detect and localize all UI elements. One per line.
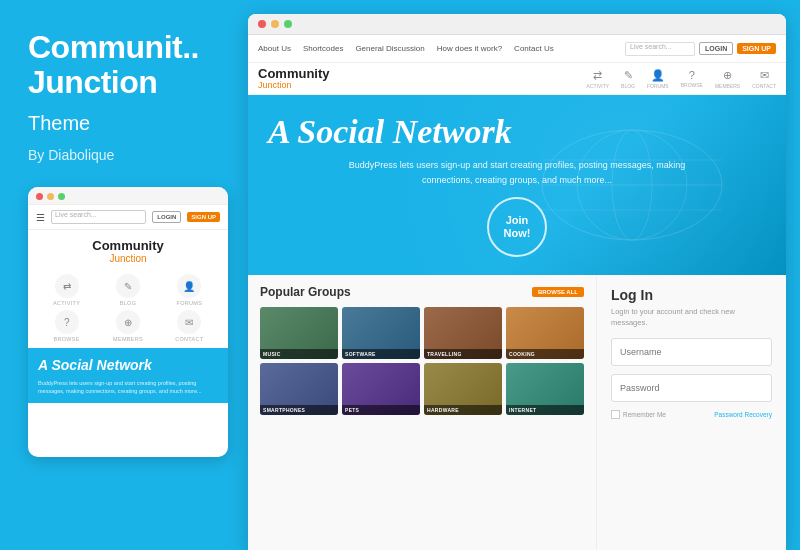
browser-dot-red bbox=[258, 20, 266, 28]
site-blog-icon[interactable]: ✎ BLOG bbox=[621, 69, 635, 89]
group-item[interactable]: HARDWARE bbox=[424, 363, 502, 415]
mockup-forums-icon[interactable]: 👤 FORUMS bbox=[161, 274, 218, 306]
site-hero-desc: BuddyPress lets users sign-up and start … bbox=[347, 158, 687, 187]
site-members-icon[interactable]: ⊕ MEMBERS bbox=[715, 69, 740, 89]
password-input[interactable] bbox=[611, 374, 772, 402]
password-recovery-link[interactable]: Password Recovery bbox=[714, 411, 772, 418]
forums-icon: 👤 bbox=[651, 69, 665, 82]
mobile-mockup: ☰ Live search... LOGIN SIGN UP Community… bbox=[28, 187, 228, 457]
mockup-icon-grid: ⇄ ACTIVITY ✎ BLOG 👤 FORUMS ? BROWSE ⊕ ME… bbox=[28, 268, 228, 348]
site-icon-group: ⇄ ACTIVITY ✎ BLOG 👤 FORUMS ? BROWSE ⊕ ME… bbox=[587, 69, 776, 89]
browse-icon: ? bbox=[55, 310, 79, 334]
remember-me-label: Remember Me bbox=[623, 411, 666, 418]
group-item[interactable]: TRAVELLING bbox=[424, 307, 502, 359]
contact-icon: ✉ bbox=[177, 310, 201, 334]
mockup-logo: Community Junction bbox=[28, 230, 228, 268]
mockup-logo-sub: Junction bbox=[28, 253, 228, 264]
mockup-search-input: Live search... bbox=[51, 210, 146, 224]
site-activity-icon[interactable]: ⇄ ACTIVITY bbox=[587, 69, 610, 89]
username-input[interactable] bbox=[611, 338, 772, 366]
blog-icon: ✎ bbox=[116, 274, 140, 298]
site-forums-icon[interactable]: 👤 FORUMS bbox=[647, 69, 669, 89]
browse-all-button[interactable]: BROWSE ALL bbox=[532, 287, 584, 297]
mockup-dot-yellow bbox=[47, 193, 54, 200]
browser-dot-green bbox=[284, 20, 292, 28]
members-icon: ⊕ bbox=[116, 310, 140, 334]
login-desc: Login to your account and check new mess… bbox=[611, 307, 772, 328]
mockup-hero-text: BuddyPress lets users sign-up and start … bbox=[38, 379, 218, 396]
activity-icon: ⇄ bbox=[593, 69, 602, 82]
mockup-chrome-dots bbox=[28, 187, 228, 205]
mockup-signup-button[interactable]: SIGN UP bbox=[187, 212, 220, 222]
theme-author: By Diabolique bbox=[28, 147, 228, 163]
nav-contact-us[interactable]: Contact Us bbox=[514, 44, 554, 53]
nav-general-discussion[interactable]: General Discussion bbox=[355, 44, 424, 53]
remember-me-group: Remember Me bbox=[611, 410, 666, 419]
group-item[interactable]: COOKING bbox=[506, 307, 584, 359]
group-item[interactable]: INTERNET bbox=[506, 363, 584, 415]
activity-icon: ⇄ bbox=[55, 274, 79, 298]
nav-about-us[interactable]: About Us bbox=[258, 44, 291, 53]
remember-me-checkbox[interactable] bbox=[611, 410, 620, 419]
mockup-hero: A Social Network BuddyPress lets users s… bbox=[28, 348, 228, 403]
group-item[interactable]: SOFTWARE bbox=[342, 307, 420, 359]
remember-me-row: Remember Me Password Recovery bbox=[611, 410, 772, 419]
mockup-contact-icon[interactable]: ✉ CONTACT bbox=[161, 310, 218, 342]
group-item[interactable]: SMARTPHONES bbox=[260, 363, 338, 415]
mockup-hero-title: A Social Network bbox=[38, 358, 218, 373]
site-logo: Community Junction bbox=[258, 67, 330, 90]
theme-title: Communit..Junction bbox=[28, 30, 228, 100]
topnav-signup-button[interactable]: SIGN UP bbox=[737, 43, 776, 54]
site-contact-icon[interactable]: ✉ CONTACT bbox=[752, 69, 776, 89]
site-logo-main: Community bbox=[258, 67, 330, 80]
site-top-navbar: About Us Shortcodes General Discussion H… bbox=[248, 35, 786, 63]
theme-subtitle: Theme bbox=[28, 112, 228, 135]
topnav-login-button[interactable]: LOGIN bbox=[699, 42, 733, 55]
mockup-dot-green bbox=[58, 193, 65, 200]
groups-title: Popular Groups bbox=[260, 285, 351, 299]
blog-icon: ✎ bbox=[624, 69, 633, 82]
site-icon-navbar: Community Junction ⇄ ACTIVITY ✎ BLOG 👤 F… bbox=[248, 63, 786, 95]
mockup-nav: ☰ Live search... LOGIN SIGN UP bbox=[28, 205, 228, 230]
mockup-browse-icon[interactable]: ? BROWSE bbox=[38, 310, 95, 342]
mockup-blog-icon[interactable]: ✎ BLOG bbox=[99, 274, 156, 306]
mockup-activity-icon[interactable]: ⇄ ACTIVITY bbox=[38, 274, 95, 306]
browse-icon: ? bbox=[689, 69, 695, 81]
site-hero-title: A Social Network bbox=[268, 113, 766, 150]
browser-dot-yellow bbox=[271, 20, 279, 28]
nav-shortcodes[interactable]: Shortcodes bbox=[303, 44, 343, 53]
login-section: Log In Login to your account and check n… bbox=[596, 275, 786, 550]
topnav-search-input[interactable]: Live search... bbox=[625, 42, 695, 56]
nav-how-it-works[interactable]: How does it work? bbox=[437, 44, 502, 53]
left-panel: Communit..Junction Theme By Diabolique ☰… bbox=[0, 0, 248, 550]
join-now-button[interactable]: JoinNow! bbox=[487, 197, 547, 257]
group-item[interactable]: MUSIC bbox=[260, 307, 338, 359]
mockup-members-icon[interactable]: ⊕ MEMBERS bbox=[99, 310, 156, 342]
site-bottom-section: Popular Groups BROWSE ALL MUSIC SOFTWARE… bbox=[248, 275, 786, 550]
browser-mockup: About Us Shortcodes General Discussion H… bbox=[248, 14, 786, 550]
popular-groups-section: Popular Groups BROWSE ALL MUSIC SOFTWARE… bbox=[248, 275, 596, 550]
mockup-dot-red bbox=[36, 193, 43, 200]
group-item[interactable]: PETS bbox=[342, 363, 420, 415]
mockup-login-button[interactable]: LOGIN bbox=[152, 211, 181, 223]
site-hero: A Social Network BuddyPress lets users s… bbox=[248, 95, 786, 275]
mockup-logo-text: Community bbox=[28, 238, 228, 253]
browser-chrome bbox=[248, 14, 786, 35]
groups-grid: MUSIC SOFTWARE TRAVELLING COOKING SMARTP… bbox=[260, 307, 584, 415]
forums-icon: 👤 bbox=[177, 274, 201, 298]
login-title: Log In bbox=[611, 287, 772, 303]
contact-icon: ✉ bbox=[760, 69, 769, 82]
site-logo-sub: Junction bbox=[258, 80, 330, 90]
topnav-search-area: Live search... LOGIN SIGN UP bbox=[625, 42, 776, 56]
hamburger-icon: ☰ bbox=[36, 212, 45, 223]
members-icon: ⊕ bbox=[723, 69, 732, 82]
site-browse-icon[interactable]: ? BROWSE bbox=[681, 69, 703, 89]
groups-header: Popular Groups BROWSE ALL bbox=[260, 285, 584, 299]
